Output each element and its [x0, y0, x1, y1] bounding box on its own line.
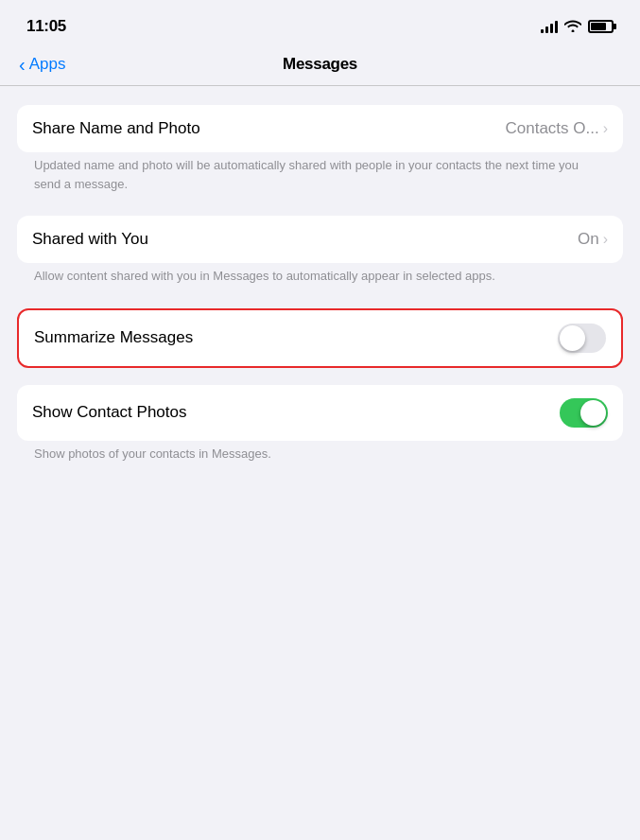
back-button[interactable]: ‹ Apps: [19, 55, 65, 74]
summarize-messages-toggle[interactable]: [558, 324, 606, 353]
signal-bar-2: [545, 26, 548, 33]
back-label: Apps: [29, 55, 66, 74]
show-contact-photos-card: Show Contact Photos: [17, 385, 623, 441]
signal-bar-3: [550, 24, 553, 33]
status-bar: 11:05: [0, 0, 640, 47]
battery-icon: [588, 20, 614, 33]
settings-content: Share Name and Photo Contacts O... › Upd…: [0, 86, 640, 495]
shared-with-you-chevron-icon: ›: [603, 231, 608, 248]
summarize-messages-row: Summarize Messages: [19, 310, 621, 366]
shared-with-you-value-row: On ›: [578, 230, 608, 249]
shared-with-you-value: On: [578, 230, 599, 249]
share-name-photo-chevron-icon: ›: [603, 120, 608, 137]
shared-with-you-row[interactable]: Shared with You On ›: [17, 216, 623, 263]
shared-with-you-label: Shared with You: [32, 230, 148, 249]
battery-fill: [591, 23, 606, 30]
status-icons: [541, 19, 614, 35]
share-name-photo-description: Updated name and photo will be automatic…: [17, 156, 623, 206]
show-contact-photos-toggle[interactable]: [560, 398, 608, 428]
page-title: Messages: [283, 55, 357, 74]
share-name-photo-row[interactable]: Share Name and Photo Contacts O... ›: [17, 105, 623, 152]
show-contact-photos-label: Show Contact Photos: [32, 403, 186, 422]
nav-bar: ‹ Apps Messages: [0, 47, 640, 86]
shared-with-you-description: Allow content shared with you in Message…: [17, 267, 623, 299]
show-contact-photos-description: Show photos of your contacts in Messages…: [17, 445, 623, 477]
share-name-photo-card: Share Name and Photo Contacts O... ›: [17, 105, 623, 152]
signal-bar-1: [541, 29, 544, 33]
summarize-messages-label: Summarize Messages: [34, 328, 193, 347]
share-name-photo-value-row: Contacts O... ›: [505, 119, 608, 138]
status-time: 11:05: [26, 17, 66, 36]
shared-with-you-card: Shared with You On ›: [17, 216, 623, 263]
signal-bar-4: [555, 21, 558, 33]
back-chevron-icon: ‹: [19, 55, 26, 74]
wifi-icon: [564, 19, 581, 35]
toggle-knob: [560, 325, 585, 351]
toggle-knob-2: [580, 400, 606, 426]
summarize-messages-card: Summarize Messages: [17, 308, 623, 368]
show-contact-photos-row: Show Contact Photos: [17, 385, 623, 441]
share-name-photo-label: Share Name and Photo: [32, 119, 200, 138]
share-name-photo-value: Contacts O...: [505, 119, 598, 138]
signal-bars-icon: [541, 20, 558, 33]
